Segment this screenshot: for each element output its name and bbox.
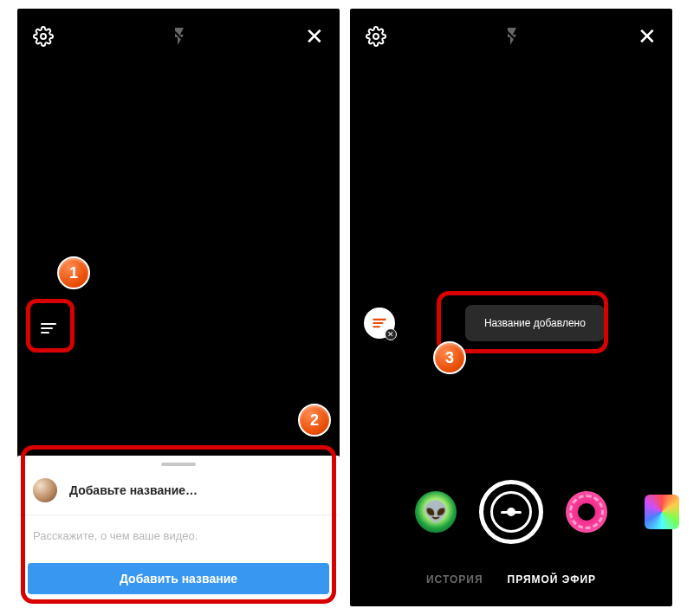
phone-screen-left: ✕ Добавьте название… Расскажите, о чем в… bbox=[17, 9, 340, 606]
close-icon[interactable]: ✕ bbox=[305, 23, 324, 50]
settings-icon[interactable] bbox=[366, 26, 386, 47]
live-shutter-button[interactable] bbox=[479, 480, 543, 544]
close-icon[interactable]: ✕ bbox=[638, 23, 657, 50]
add-title-button[interactable]: Добавить название bbox=[28, 563, 329, 594]
add-title-icon[interactable] bbox=[36, 316, 61, 340]
effect-rainbow[interactable] bbox=[645, 495, 679, 529]
user-avatar bbox=[33, 478, 57, 502]
top-bar: ✕ bbox=[350, 19, 672, 54]
mode-live[interactable]: ПРЯМОЙ ЭФИР bbox=[508, 573, 597, 586]
annotation-badge-1: 1 bbox=[57, 256, 90, 289]
remove-title-icon[interactable]: ✕ bbox=[385, 328, 397, 340]
add-title-sheet: Добавьте название… Расскажите, о чем ваш… bbox=[17, 456, 340, 606]
effect-alien[interactable] bbox=[415, 491, 457, 533]
title-added-toast: Название добавлено bbox=[465, 305, 605, 341]
flash-off-icon[interactable] bbox=[502, 26, 522, 47]
phone-screen-right: ✕ ✕ Название добавлено ИСТОРИЯ ПРЯМОЙ ЭФ… bbox=[350, 9, 672, 606]
effect-donut[interactable] bbox=[566, 491, 607, 533]
effects-carousel[interactable] bbox=[350, 480, 672, 544]
mode-story[interactable]: ИСТОРИЯ bbox=[426, 573, 483, 586]
broadcast-icon bbox=[507, 508, 515, 516]
svg-point-0 bbox=[41, 34, 46, 39]
settings-icon[interactable] bbox=[33, 26, 54, 47]
sheet-body: Расскажите, о чем ваше видео. bbox=[17, 515, 340, 554]
flash-off-icon[interactable] bbox=[169, 26, 190, 47]
sheet-title-text[interactable]: Добавьте название… bbox=[69, 483, 198, 497]
svg-point-5 bbox=[373, 34, 379, 39]
title-added-chip[interactable]: ✕ bbox=[364, 308, 395, 339]
annotation-badge-2: 2 bbox=[298, 404, 331, 437]
annotation-badge-3: 3 bbox=[433, 341, 466, 374]
sheet-header: Добавьте название… bbox=[17, 466, 340, 515]
description-input[interactable]: Расскажите, о чем ваше видео. bbox=[33, 529, 324, 542]
top-bar: ✕ bbox=[17, 19, 340, 54]
camera-mode-selector[interactable]: ИСТОРИЯ ПРЯМОЙ ЭФИР bbox=[350, 573, 672, 586]
